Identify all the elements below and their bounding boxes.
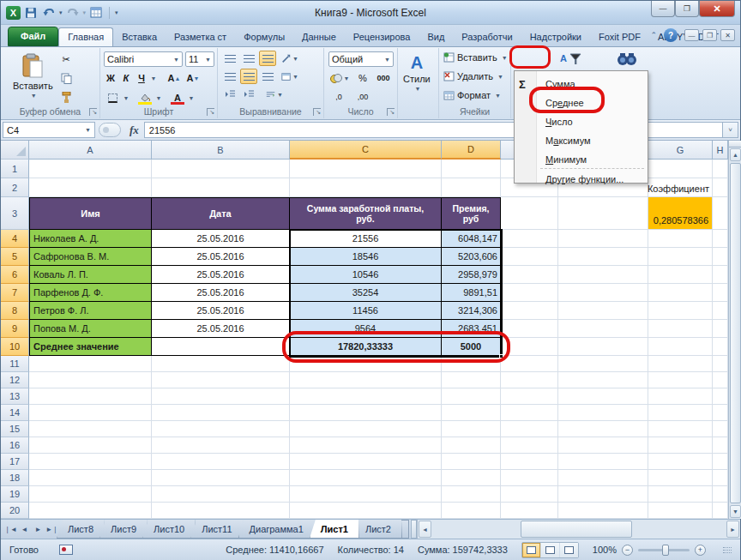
empty-cell[interactable] [501, 503, 558, 519]
empty-cell[interactable] [713, 388, 728, 405]
wrap-text-button[interactable]: ▼ [266, 87, 283, 102]
zoom-level[interactable]: 100% [593, 545, 617, 555]
cell-salary[interactable]: 9564 [290, 320, 442, 338]
empty-cell[interactable] [152, 388, 290, 405]
empty-cell[interactable] [648, 437, 713, 454]
shrink-font-button[interactable]: А▼ [184, 70, 202, 86]
empty-cell[interactable] [29, 160, 152, 178]
number-dialog-launcher[interactable]: ↘ [387, 108, 395, 116]
increase-indent-button[interactable] [240, 87, 257, 102]
cell-salary[interactable]: 11456 [290, 302, 442, 320]
empty-cell[interactable] [501, 405, 558, 421]
horizontal-scrollbar[interactable]: ◄ ► [417, 520, 740, 539]
empty-cell[interactable] [152, 356, 290, 372]
empty-cell[interactable] [29, 405, 152, 421]
active-cell-c4[interactable]: 21556 [290, 230, 442, 248]
cell-salary[interactable]: 18546 [290, 248, 442, 266]
borders-button[interactable] [104, 90, 121, 105]
row-header[interactable]: 2 [1, 178, 29, 197]
empty-cell[interactable] [29, 437, 152, 454]
sheet-tab-list10[interactable]: Лист10 [142, 520, 196, 539]
empty-cell[interactable] [290, 470, 442, 486]
empty-cell[interactable] [29, 421, 152, 437]
empty-cell[interactable] [648, 372, 713, 388]
col-header-h[interactable]: H [713, 141, 728, 160]
empty-cell[interactable] [558, 486, 648, 503]
format-cells-button[interactable]: Формат▼ [443, 90, 501, 100]
horizontal-scroll-thumb[interactable] [521, 521, 632, 538]
close-button[interactable]: ✕ [699, 1, 735, 17]
cell-date[interactable]: 25.05.2016 [152, 230, 290, 248]
zoom-out-button[interactable]: − [622, 545, 633, 556]
empty-cell[interactable] [442, 421, 501, 437]
cell-name[interactable]: Коваль Л. П. [29, 266, 152, 284]
format-painter-button[interactable] [57, 89, 75, 105]
tab-data[interactable]: Данные [293, 28, 345, 46]
tab-review[interactable]: Рецензирова [345, 28, 419, 46]
empty-cell[interactable] [442, 437, 501, 454]
empty-cell[interactable] [442, 503, 501, 519]
name-box-dropdown-arrow[interactable]: ▼ [85, 127, 91, 133]
tab-foxit[interactable]: Foxit PDF [590, 28, 649, 46]
empty-cell[interactable] [442, 405, 501, 421]
excel-logo-icon[interactable]: X [6, 6, 21, 20]
table-header-name[interactable]: Имя [29, 197, 152, 230]
empty-cell[interactable] [442, 388, 501, 405]
row-header[interactable]: 9 [1, 320, 29, 338]
save-button[interactable] [23, 5, 39, 20]
prev-sheet-button[interactable]: ◄ [18, 523, 31, 536]
name-box[interactable]: C4 ▼ [3, 122, 95, 138]
cell-name[interactable]: Сафронова В. М. [29, 248, 152, 266]
empty-cell[interactable] [558, 470, 648, 486]
empty-cell[interactable] [442, 356, 501, 372]
decrease-decimal-button[interactable]: ,00 [352, 89, 373, 105]
sort-filter-button[interactable]: А [556, 51, 585, 67]
empty-cell[interactable] [558, 405, 648, 421]
empty-cell[interactable] [152, 405, 290, 421]
empty-cell[interactable] [713, 470, 728, 486]
cell-salary[interactable]: 35254 [290, 284, 442, 302]
undo-dropdown-arrow[interactable]: ▾ [59, 9, 63, 16]
row-header[interactable]: 18 [1, 470, 29, 486]
redo-button[interactable] [65, 5, 81, 20]
empty-cell[interactable] [501, 388, 558, 405]
underline-button[interactable]: Ч [135, 70, 148, 86]
empty-cell[interactable] [501, 486, 558, 503]
empty-cell[interactable] [558, 356, 648, 372]
sheet-tab-diagramma1[interactable]: Диаграмма1 [238, 520, 315, 539]
select-all-corner[interactable] [1, 141, 29, 160]
tab-home[interactable]: Главная [58, 27, 113, 46]
empty-cell[interactable] [648, 454, 713, 470]
cell-bonus[interactable]: 6048,147 [442, 230, 501, 248]
vertical-scroll-thumb[interactable] [730, 163, 741, 503]
col-header-b[interactable]: B [152, 141, 290, 160]
empty-cell[interactable] [442, 454, 501, 470]
empty-cell[interactable] [29, 503, 152, 519]
row-header[interactable]: 11 [1, 356, 29, 372]
empty-cell[interactable] [29, 470, 152, 486]
table-header-date[interactable]: Дата [152, 197, 290, 230]
empty-cell[interactable] [558, 454, 648, 470]
workbook-restore-button[interactable]: ❐ [702, 29, 717, 41]
empty-cell[interactable] [29, 454, 152, 470]
restore-button[interactable]: ❐ [675, 1, 699, 17]
average-salary-cell[interactable]: 17820,33333 [290, 338, 442, 356]
col-header-d[interactable]: D [442, 141, 501, 160]
workbook-minimize-button[interactable]: — [684, 29, 699, 41]
coefficient-label-cell[interactable]: Коэффициент [648, 178, 713, 197]
find-select-button[interactable] [612, 51, 642, 67]
empty-cell[interactable] [29, 388, 152, 405]
menu-item-sum[interactable]: Σ Сумма [515, 75, 648, 93]
empty-cell[interactable] [558, 372, 648, 388]
col-header-a[interactable]: A [29, 141, 152, 160]
zoom-in-button[interactable]: + [695, 545, 706, 556]
menu-item-max[interactable]: Максимум [515, 132, 648, 149]
styles-button[interactable]: А Стили ▼ [401, 50, 432, 95]
scroll-down-arrow[interactable]: ▼ [730, 505, 741, 518]
split-handle[interactable] [729, 141, 741, 148]
empty-cell[interactable] [152, 470, 290, 486]
font-color-dropdown-arrow[interactable]: ▼ [186, 90, 195, 105]
underline-dropdown-arrow[interactable]: ▼ [148, 70, 157, 86]
empty-cell[interactable] [501, 372, 558, 388]
empty-cell[interactable] [501, 356, 558, 372]
